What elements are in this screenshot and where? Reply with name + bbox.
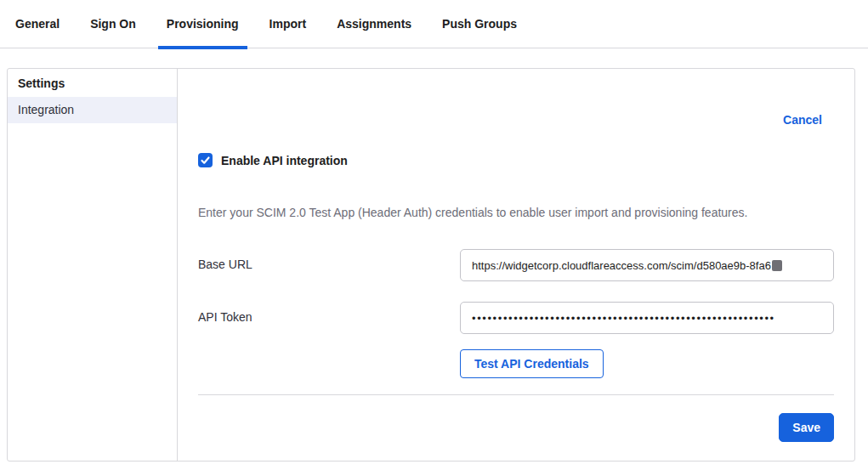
enable-api-integration-checkbox[interactable]	[198, 153, 213, 167]
provisioning-panel: Settings Integration Cancel Enable API i…	[7, 68, 855, 462]
tab-general[interactable]: General	[7, 0, 68, 48]
check-icon	[200, 155, 211, 166]
tab-bar: General Sign On Provisioning Import Assi…	[0, 0, 868, 48]
integration-settings-form: Cancel Enable API integration Enter your…	[178, 69, 854, 461]
sidebar-item-integration[interactable]: Integration	[8, 97, 177, 123]
base-url-value: https://widgetcorp.cloudflareaccess.com/…	[472, 259, 771, 272]
footer-divider	[198, 394, 834, 395]
base-url-row: Base URL https://widgetcorp.cloudflareac…	[198, 249, 834, 281]
tab-import[interactable]: Import	[261, 0, 315, 48]
text-cursor-block	[772, 260, 782, 271]
api-token-label: API Token	[198, 302, 460, 334]
enable-api-integration-row: Enable API integration	[198, 153, 348, 167]
base-url-label: Base URL	[198, 249, 460, 281]
tab-assignments[interactable]: Assignments	[328, 0, 420, 48]
sidebar-header: Settings	[8, 69, 177, 97]
tab-provisioning[interactable]: Provisioning	[158, 0, 247, 48]
api-token-row: API Token	[198, 302, 834, 334]
save-button[interactable]: Save	[779, 413, 834, 442]
credentials-description: Enter your SCIM 2.0 Test App (Header Aut…	[198, 206, 834, 219]
tab-push-groups[interactable]: Push Groups	[434, 0, 525, 48]
base-url-input[interactable]: https://widgetcorp.cloudflareaccess.com/…	[460, 249, 834, 281]
cancel-link[interactable]: Cancel	[783, 113, 822, 127]
tab-sign-on[interactable]: Sign On	[82, 0, 145, 48]
settings-sidebar: Settings Integration	[8, 69, 178, 461]
api-token-input[interactable]	[460, 302, 834, 334]
test-api-credentials-button[interactable]: Test API Credentials	[460, 349, 604, 378]
enable-api-integration-label: Enable API integration	[221, 154, 348, 167]
